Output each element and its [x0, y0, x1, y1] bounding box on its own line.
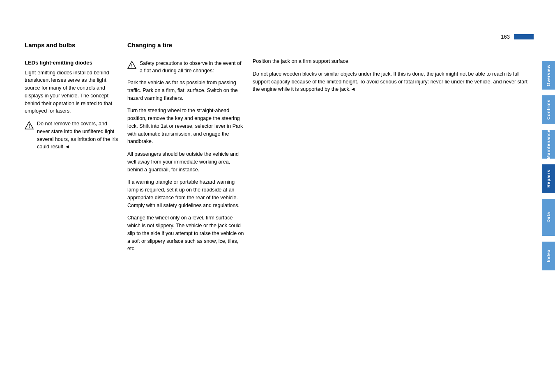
tire-warning-text: Safety precautions to observe in the eve…	[140, 60, 244, 75]
tire-para2: Turn the steering wheel to the straight-…	[127, 107, 244, 145]
lamps-title: Lamps and bulbs	[25, 41, 119, 49]
lamps-section: Lamps and bulbs LEDs light-emitting diod…	[25, 41, 119, 258]
tire-divider	[127, 56, 244, 56]
tire-para4: If a warning triangle or portable hazard…	[127, 178, 244, 209]
tire-warning-icon: !	[127, 60, 136, 69]
tire-warning: ! Safety precautions to observe in the e…	[127, 60, 244, 75]
page-number: 163	[501, 34, 510, 40]
tire-section: Changing a tire ! Safety precautions to …	[127, 41, 244, 258]
tire-para3: All passengers should be outside the veh…	[127, 150, 244, 173]
lamps-body: Light-emitting diodes installed behind t…	[25, 69, 119, 115]
tab-controls[interactable]: Controls	[542, 95, 555, 124]
lamps-warning: ! Do not remove the covers, and never st…	[25, 120, 119, 151]
lamps-warning-text: Do not remove the covers, and never star…	[37, 120, 119, 151]
svg-text:!: !	[28, 123, 30, 129]
page-color-bar	[514, 34, 534, 39]
tab-repairs[interactable]: Repairs	[542, 164, 555, 193]
right-para2: Do not place wooden blocks or similar ob…	[253, 70, 534, 93]
sidebar-tabs: Overview Controls Maintenance Repairs Da…	[542, 0, 555, 392]
page-header: 163	[501, 34, 534, 40]
sidebar-top-space	[542, 0, 555, 61]
tab-maintenance[interactable]: Maintenance	[542, 130, 555, 159]
tab-data[interactable]: Data	[542, 199, 555, 236]
lamps-subtitle: LEDs light-emitting diodes	[25, 60, 119, 66]
right-para1: Position the jack on a firm support surf…	[253, 58, 534, 65]
tire-para5: Change the wheel only on a level, firm s…	[127, 214, 244, 253]
tire-title: Changing a tire	[127, 41, 244, 49]
lamps-divider	[25, 56, 119, 56]
content-columns: Lamps and bulbs LEDs light-emitting diod…	[25, 41, 534, 258]
page: 163 Lamps and bulbs LEDs light-emitting …	[0, 0, 555, 392]
sidebar-bottom-space	[542, 270, 555, 392]
tire-para1: Park the vehicle as far as possible from…	[127, 79, 244, 102]
svg-text:!: !	[131, 63, 133, 69]
warning-icon: !	[25, 121, 34, 130]
right-section: Position the jack on a firm support surf…	[253, 41, 534, 258]
tab-overview[interactable]: Overview	[542, 61, 555, 90]
tab-index[interactable]: Index	[542, 242, 555, 270]
